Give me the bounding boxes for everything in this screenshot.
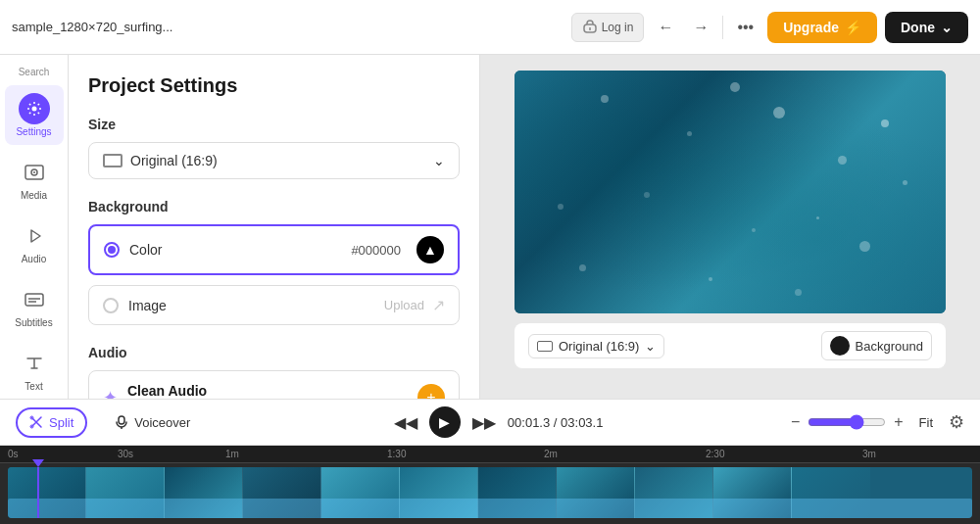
bg-image-radio[interactable] (103, 298, 119, 313)
size-section-label: Size (88, 117, 460, 132)
rewind-button[interactable]: ◀◀ (390, 409, 421, 436)
topbar: sample_1280×720_surfing... Log in ← → ••… (0, 0, 980, 55)
timeline-marker-3m: 3m (862, 449, 876, 459)
sidebar-item-media[interactable]: Media (5, 149, 64, 209)
bg-color-radio[interactable] (104, 242, 120, 258)
redo-button[interactable]: → (687, 13, 714, 42)
waveform (8, 499, 972, 518)
timeline-track (8, 467, 972, 518)
audio-add-button[interactable]: + (417, 384, 445, 399)
zoom-slider[interactable] (808, 414, 886, 430)
voiceover-button[interactable]: Voiceover (103, 409, 202, 436)
size-dropdown[interactable]: Original (16:9) ⌄ (88, 142, 460, 179)
bg-color-option[interactable]: Color #000000 ▲ (88, 224, 460, 275)
color-controls: #000000 ▲ (351, 236, 444, 263)
zoom-controls: − + Fit ⚙ (791, 411, 964, 434)
play-button[interactable]: ▶ (429, 406, 461, 438)
login-button[interactable]: Log in (571, 13, 645, 42)
color-picker-icon: ▲ (423, 242, 437, 258)
svg-point-5 (33, 171, 35, 173)
preview-aspect-icon (537, 341, 553, 352)
upgrade-button[interactable]: Upgrade ⚡ (767, 12, 877, 43)
mic-icon (115, 415, 128, 429)
svg-rect-6 (25, 294, 43, 306)
sidebar-audio-label: Audio (22, 254, 47, 264)
audio-icon (19, 220, 50, 252)
undo-button[interactable]: ← (652, 13, 679, 42)
size-value: Original (16:9) (130, 153, 218, 168)
more-button[interactable]: ••• (731, 13, 760, 42)
playhead-triangle (32, 459, 44, 467)
upload-label: Upload (384, 298, 424, 312)
time-total: 03:03.1 (561, 415, 603, 430)
timeline-clip[interactable] (8, 467, 972, 518)
scissors-icon (29, 415, 43, 429)
bg-color-left: Color (104, 242, 162, 258)
preview-bg-label: Background (856, 339, 923, 354)
sidebar: Search Settings Media Audio Subtitles (0, 55, 69, 399)
timeline-ruler: 0s 30s 1m 1:30 2m 2:30 3m (0, 446, 980, 463)
done-button[interactable]: Done ⌄ (885, 12, 968, 43)
preview-size-chevron: ⌄ (645, 339, 656, 354)
zoom-out-button[interactable]: − (791, 413, 800, 431)
playback-controls: ◀◀ ▶ ▶▶ 00:01.3 / 03:03.1 (390, 406, 604, 438)
sparkle-icon: ✦ (103, 387, 118, 399)
timeline-marker-1m: 1m (225, 449, 239, 459)
preview-size-label: Original (16:9) (559, 339, 639, 354)
subtitles-icon (19, 284, 50, 315)
bg-image-option[interactable]: Image Upload ↗ (88, 285, 460, 325)
sidebar-item-subtitles[interactable]: Subtitles (5, 276, 64, 336)
chevron-down-icon: ⌄ (941, 20, 953, 35)
preview-size-button[interactable]: Original (16:9) ⌄ (528, 334, 664, 358)
bg-options: Color #000000 ▲ Image Upload ↗ (88, 224, 460, 325)
aspect-ratio-icon (103, 154, 122, 167)
svg-rect-16 (119, 416, 124, 424)
voiceover-label: Voiceover (134, 415, 190, 430)
background-section-label: Background (88, 199, 460, 214)
bg-image-left: Image (103, 298, 167, 313)
fast-forward-button[interactable]: ▶▶ (468, 409, 500, 436)
sidebar-settings-label: Settings (16, 126, 51, 137)
bottom-toolbar: Split Voiceover ◀◀ ▶ ▶▶ 00:01.3 / 03:03.… (0, 399, 980, 446)
upload-icon: ↗ (432, 296, 445, 314)
sidebar-item-text[interactable]: Text (5, 340, 64, 399)
sidebar-media-label: Media (21, 190, 47, 201)
zoom-in-button[interactable]: + (894, 413, 903, 431)
audio-name: Clean Audio (127, 383, 268, 399)
divider (722, 16, 723, 39)
split-button[interactable]: Split (16, 407, 87, 438)
color-hex-value: #000000 (351, 243, 401, 258)
preview-bg-button[interactable]: Background (821, 331, 932, 360)
preview-controls: Original (16:9) ⌄ Background (514, 323, 946, 368)
color-swatch[interactable]: ▲ (416, 236, 444, 263)
search-label: Search (19, 63, 50, 81)
settings-title: Project Settings (88, 74, 460, 97)
bg-image-label: Image (128, 298, 167, 313)
topbar-filename: sample_1280×720_surfing... (12, 20, 564, 34)
sidebar-item-settings[interactable]: Settings (5, 85, 64, 145)
timeline-playhead (37, 467, 39, 518)
audio-section-label: Audio (88, 345, 460, 360)
audio-item: ✦ Clean Audio Remove background noise + (88, 370, 460, 399)
timeline-marker-0s: 0s (8, 449, 19, 459)
done-label: Done (901, 20, 935, 35)
upgrade-label: Upgrade (783, 20, 839, 35)
water-gradient-2 (514, 71, 946, 313)
timeline-settings-icon[interactable]: ⚙ (949, 411, 964, 433)
media-icon (19, 157, 50, 188)
size-chevron-icon: ⌄ (433, 153, 445, 168)
timeline-marker-30s: 30s (118, 449, 133, 459)
svg-point-2 (31, 107, 36, 112)
preview-area: Original (16:9) ⌄ Background (480, 55, 980, 399)
sidebar-subtitles-label: Subtitles (15, 317, 52, 328)
size-dropdown-left: Original (16:9) (103, 153, 218, 168)
time-current: 00:01.3 (508, 415, 550, 430)
sidebar-item-audio[interactable]: Audio (5, 213, 64, 272)
cloud-icon (582, 20, 598, 35)
video-preview (514, 71, 946, 313)
preview-bg-swatch (830, 336, 850, 356)
fit-button[interactable]: Fit (911, 411, 941, 434)
video-canvas (514, 71, 946, 313)
text-icon (19, 348, 50, 379)
sidebar-text-label: Text (24, 381, 42, 392)
